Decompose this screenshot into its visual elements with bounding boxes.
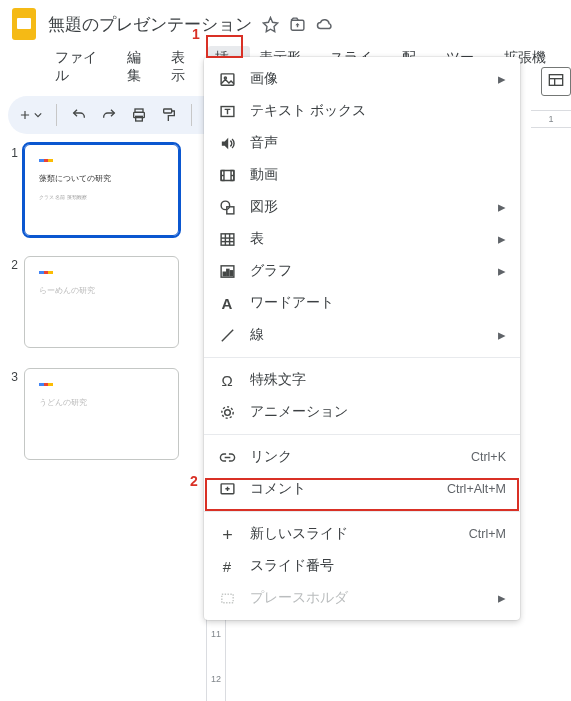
- paint-format-button[interactable]: [161, 107, 177, 123]
- omega-icon: Ω: [218, 371, 236, 389]
- menu-separator: [204, 434, 520, 435]
- svg-rect-20: [221, 233, 234, 244]
- slide-panel-item[interactable]: 3 うどんの研究: [6, 368, 186, 460]
- menu-item-chart[interactable]: グラフ ▸: [204, 255, 520, 287]
- menu-item-label: 音声: [250, 134, 506, 152]
- slide-thumb-title: うどんの研究: [39, 397, 164, 408]
- menu-item-link[interactable]: リンク Ctrl+K: [204, 441, 520, 473]
- new-slide-button[interactable]: [18, 108, 42, 122]
- menu-item-label: アニメーション: [250, 403, 506, 421]
- slide-panel-item[interactable]: 2 らーめんの研究: [6, 256, 186, 348]
- menu-item-audio[interactable]: 音声: [204, 127, 520, 159]
- annotation-1: 1: [192, 26, 200, 42]
- svg-rect-19: [226, 206, 233, 213]
- menu-item-line[interactable]: 線 ▸: [204, 319, 520, 351]
- menu-item-label: 新しいスライド: [250, 525, 455, 543]
- menu-item-label: ワードアート: [250, 294, 506, 312]
- menu-item-new-slide[interactable]: 新しいスライド Ctrl+M: [204, 518, 520, 550]
- menu-item-label: リンク: [250, 448, 457, 466]
- menu-edit[interactable]: 編集: [120, 46, 162, 88]
- menu-item-shape[interactable]: 図形 ▸: [204, 191, 520, 223]
- video-icon: [218, 166, 236, 184]
- redo-button[interactable]: [101, 107, 117, 123]
- menu-item-video[interactable]: 動画: [204, 159, 520, 191]
- svg-rect-26: [223, 272, 225, 276]
- slide-thumbnail[interactable]: うどんの研究: [24, 368, 179, 460]
- header: 無題のプレゼンテーション: [0, 0, 571, 42]
- slide-number-label: 1: [6, 144, 18, 236]
- menu-item-special-chars[interactable]: Ω 特殊文字: [204, 364, 520, 396]
- menu-item-label: 表: [250, 230, 484, 248]
- audio-icon: [218, 134, 236, 152]
- print-button[interactable]: [131, 107, 147, 123]
- hash-icon: #: [218, 557, 236, 575]
- menu-item-wordart[interactable]: A ワードアート: [204, 287, 520, 319]
- toolbar-separator: [56, 104, 57, 126]
- wordart-icon: A: [218, 294, 236, 312]
- undo-button[interactable]: [71, 107, 87, 123]
- submenu-arrow-icon: ▸: [498, 589, 506, 607]
- menu-item-label: スライド番号: [250, 557, 506, 575]
- submenu-arrow-icon: ▸: [498, 230, 506, 248]
- menu-item-placeholder: プレースホルダ ▸: [204, 582, 520, 614]
- link-icon: [218, 448, 236, 466]
- menu-item-shortcut: Ctrl+K: [471, 450, 506, 464]
- slide-thumbnail[interactable]: らーめんの研究: [24, 256, 179, 348]
- submenu-arrow-icon: ▸: [498, 262, 506, 280]
- doc-title[interactable]: 無題のプレゼンテーション: [48, 13, 252, 36]
- svg-point-29: [224, 409, 230, 415]
- menu-item-comment[interactable]: コメント Ctrl+Alt+M: [204, 473, 520, 505]
- placeholder-icon: [218, 589, 236, 607]
- slides-logo[interactable]: [10, 6, 38, 42]
- menu-item-image[interactable]: 画像 ▸: [204, 63, 520, 95]
- slide-number-label: 2: [6, 256, 18, 348]
- slide-panel-item[interactable]: 1 藻類についての研究 クラス 名前 藻類観察: [6, 144, 186, 236]
- vertical-ruler: 11 12: [206, 611, 226, 701]
- menu-item-shortcut: Ctrl+M: [469, 527, 506, 541]
- horizontal-ruler: 1: [531, 110, 571, 128]
- menu-item-animation[interactable]: アニメーション: [204, 396, 520, 428]
- cloud-icon[interactable]: [316, 15, 334, 33]
- menu-item-slide-number[interactable]: # スライド番号: [204, 550, 520, 582]
- svg-rect-7: [549, 75, 562, 86]
- svg-point-30: [221, 406, 232, 417]
- slide-thumb-subtitle: クラス 名前 藻類観察: [39, 194, 164, 200]
- accent-bar-icon: [39, 383, 53, 386]
- menu-view[interactable]: 表示: [164, 46, 206, 88]
- slide-thumbnail[interactable]: 藻類についての研究 クラス 名前 藻類観察: [24, 144, 179, 236]
- animation-icon: [218, 403, 236, 421]
- textbox-icon: [218, 102, 236, 120]
- svg-rect-1: [17, 18, 31, 29]
- menu-separator: [204, 511, 520, 512]
- table-icon: [218, 230, 236, 248]
- comment-icon: [218, 480, 236, 498]
- svg-rect-6: [164, 109, 172, 113]
- annotation-2: 2: [190, 473, 198, 489]
- svg-point-18: [221, 201, 230, 210]
- menu-item-label: プレースホルダ: [250, 589, 484, 607]
- menu-item-table[interactable]: 表 ▸: [204, 223, 520, 255]
- menu-item-label: 動画: [250, 166, 506, 184]
- star-icon[interactable]: [262, 16, 279, 33]
- submenu-arrow-icon: ▸: [498, 70, 506, 88]
- line-icon: [218, 326, 236, 344]
- menu-item-label: 画像: [250, 70, 484, 88]
- slide-materials-button[interactable]: [541, 67, 571, 96]
- ruler-tick-label: 1: [548, 114, 553, 124]
- menu-item-textbox[interactable]: テキスト ボックス: [204, 95, 520, 127]
- menu-item-label: テキスト ボックス: [250, 102, 506, 120]
- menu-file[interactable]: ファイル: [48, 46, 118, 88]
- menu-item-label: コメント: [250, 480, 433, 498]
- menu-item-label: 線: [250, 326, 484, 344]
- svg-rect-28: [230, 270, 232, 275]
- chart-icon: [218, 262, 236, 280]
- insert-menu-dropdown: 画像 ▸ テキスト ボックス 音声 動画 図形 ▸ 表 ▸ グラフ ▸ A ワー…: [204, 57, 520, 620]
- accent-bar-icon: [39, 271, 53, 274]
- move-icon[interactable]: [289, 16, 306, 33]
- menu-separator: [204, 357, 520, 358]
- ruler-tick-label: 11: [211, 629, 221, 639]
- submenu-arrow-icon: ▸: [498, 198, 506, 216]
- title-row: 無題のプレゼンテーション: [48, 13, 334, 36]
- image-icon: [218, 70, 236, 88]
- menu-item-label: 図形: [250, 198, 484, 216]
